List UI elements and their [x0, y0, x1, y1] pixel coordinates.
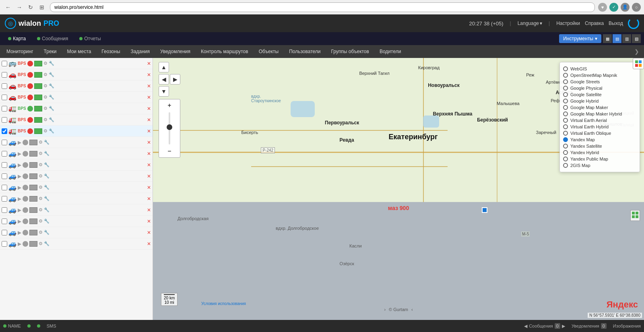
signal-bar	[29, 185, 37, 190]
delete-icon[interactable]: ✕	[147, 219, 151, 224]
map-area[interactable]: Кировград Верхний Тагил Реж Артёмовский …	[153, 58, 644, 320]
profile-icon[interactable]: ○	[632, 3, 641, 12]
layer-yandex-hybrid[interactable]: Yandex Hybrid	[563, 149, 636, 156]
row-checkbox[interactable]	[2, 162, 7, 168]
row-checkbox[interactable]	[2, 230, 7, 235]
layer-yandex-public[interactable]: Yandex Public Map	[563, 156, 636, 162]
delete-icon[interactable]: ✕	[147, 151, 151, 157]
tab-map[interactable]: Карта	[3, 34, 31, 43]
view-btn-1[interactable]: ▦	[603, 34, 612, 43]
row-checkbox[interactable]	[2, 106, 7, 111]
tools-button[interactable]: Инструменты ▾	[559, 34, 601, 43]
tab-messages[interactable]: Сообщения	[32, 34, 73, 43]
pan-up-button[interactable]: ▲	[159, 62, 169, 72]
row-checkbox[interactable]	[2, 128, 7, 134]
layer-google-mapmaker-hybrid[interactable]: Google Map Maker Hybrid	[563, 111, 636, 117]
bottom-dot-green-3	[37, 324, 40, 328]
zoom-out-button[interactable]: −	[165, 147, 174, 156]
view-btn-2[interactable]: ▤	[613, 34, 621, 43]
row-checkbox[interactable]	[2, 241, 7, 247]
nav-jobs[interactable]: Задания	[126, 46, 155, 57]
delete-icon[interactable]: ✕	[147, 61, 151, 66]
settings-link[interactable]: Настройки	[556, 21, 580, 26]
tab-reports[interactable]: Отчеты	[74, 34, 105, 43]
account-icon[interactable]: 👤	[621, 3, 630, 12]
layer-yandex-map[interactable]: Yandex Map	[563, 136, 636, 143]
usage-link[interactable]: Условия использования	[201, 301, 246, 306]
language-dropdown[interactable]: Language ▾	[518, 21, 542, 26]
address-bar[interactable]	[50, 2, 595, 12]
nav-geozones[interactable]: Геозоны	[97, 46, 125, 57]
delete-icon[interactable]: ✕	[147, 106, 151, 111]
nav-myplaces[interactable]: Мои места	[62, 46, 96, 57]
row-checkbox[interactable]	[2, 61, 7, 66]
nav-tracks[interactable]: Треки	[39, 46, 62, 57]
layer-yandex-satellite[interactable]: Yandex Satellite	[563, 143, 636, 149]
nav-route-control[interactable]: Контроль маршрутов	[196, 46, 253, 57]
delete-icon[interactable]: ✕	[147, 117, 151, 123]
delete-icon[interactable]: ✕	[147, 140, 151, 145]
nav-monitoring[interactable]: Мониторинг	[2, 46, 38, 57]
layer-2gis[interactable]: 2GIS Map	[563, 162, 636, 169]
layer-virtual-earth-aerial[interactable]: Virtual Earth Aerial	[563, 117, 636, 124]
apps-button[interactable]: ⊞	[37, 2, 47, 12]
row-checkbox[interactable]	[2, 185, 7, 190]
nav-notifications[interactable]: Уведомления	[155, 46, 195, 57]
play-icon: ▶	[18, 162, 21, 168]
delete-icon[interactable]: ✕	[147, 173, 151, 179]
delete-icon[interactable]: ✕	[147, 196, 151, 202]
nav-object-groups[interactable]: Группы объектов	[326, 46, 374, 57]
delete-icon[interactable]: ✕	[147, 207, 151, 213]
layer-toggle-button[interactable]	[633, 58, 644, 69]
pan-left-button[interactable]: ◀	[159, 74, 169, 85]
row-checkbox[interactable]	[2, 140, 7, 145]
pan-right-button[interactable]: ▶	[170, 74, 180, 85]
help-link[interactable]: Справка	[585, 21, 604, 26]
layer-google-physical[interactable]: Google Physical	[563, 85, 636, 91]
bottom-messages-button[interactable]: ◀ Сообщения 0 ▶	[524, 323, 565, 329]
row-checkbox[interactable]	[2, 95, 7, 100]
view-btn-4[interactable]: ▧	[632, 34, 641, 43]
layer-virtual-earth-oblique[interactable]: Virtual Earth Oblique	[563, 130, 636, 136]
delete-icon[interactable]: ✕	[147, 185, 151, 190]
refresh-button[interactable]: ↻	[26, 2, 35, 12]
layer-google-streets[interactable]: Google Streets	[563, 78, 636, 85]
layer-google-satellite[interactable]: Google Satellite	[563, 91, 636, 98]
logout-link[interactable]: Выход	[609, 21, 623, 26]
layer-webgis[interactable]: WebGIS	[563, 66, 636, 72]
layer-google-hybrid[interactable]: Google Hybrid	[563, 98, 636, 104]
nav-drivers[interactable]: Водители	[375, 46, 406, 57]
row-checkbox[interactable]	[2, 173, 7, 179]
layer-osm[interactable]: OpenStreetMap Mapnik	[563, 72, 636, 78]
nav-objects[interactable]: Объекты	[254, 46, 284, 57]
view-btn-3[interactable]: ▥	[622, 34, 631, 43]
forward-button[interactable]: →	[14, 2, 24, 12]
row-checkbox[interactable]	[2, 117, 7, 123]
nav-users[interactable]: Пользователи	[284, 46, 325, 57]
row-checkbox[interactable]	[2, 196, 7, 202]
row-checkbox[interactable]	[2, 151, 7, 157]
layer-google-mapmaker[interactable]: Google Map Maker	[563, 104, 636, 111]
bookmark-icon[interactable]: ♥	[598, 3, 607, 12]
delete-icon[interactable]: ✕	[147, 95, 151, 100]
nav-more-arrow[interactable]: ❯	[631, 48, 642, 55]
delete-icon[interactable]: ✕	[147, 83, 151, 89]
layer-virtual-earth-hybrid[interactable]: Virtual Earth Hybrid	[563, 124, 636, 130]
bottom-images-button[interactable]: Изображения	[613, 324, 641, 328]
delete-icon[interactable]: ✕	[147, 241, 151, 247]
shield-icon[interactable]: ✓	[609, 3, 618, 12]
delete-icon[interactable]: ✕	[147, 128, 151, 134]
row-checkbox[interactable]	[2, 83, 7, 89]
bottom-notifications-button[interactable]: Уведомления 0	[572, 323, 607, 329]
delete-icon[interactable]: ✕	[147, 230, 151, 235]
back-button[interactable]: ←	[3, 2, 13, 12]
row-checkbox[interactable]	[2, 219, 7, 224]
row-checkbox[interactable]	[2, 72, 7, 78]
pan-down-button[interactable]: ▼	[159, 86, 169, 97]
grid-overlay-icon[interactable]	[630, 210, 640, 221]
list-item: 🚙 ▶ ⚙ 🔧 ✕	[0, 204, 153, 216]
delete-icon[interactable]: ✕	[147, 162, 151, 168]
zoom-in-button[interactable]: +	[165, 101, 174, 110]
delete-icon[interactable]: ✕	[147, 72, 151, 78]
row-checkbox[interactable]	[2, 207, 7, 213]
